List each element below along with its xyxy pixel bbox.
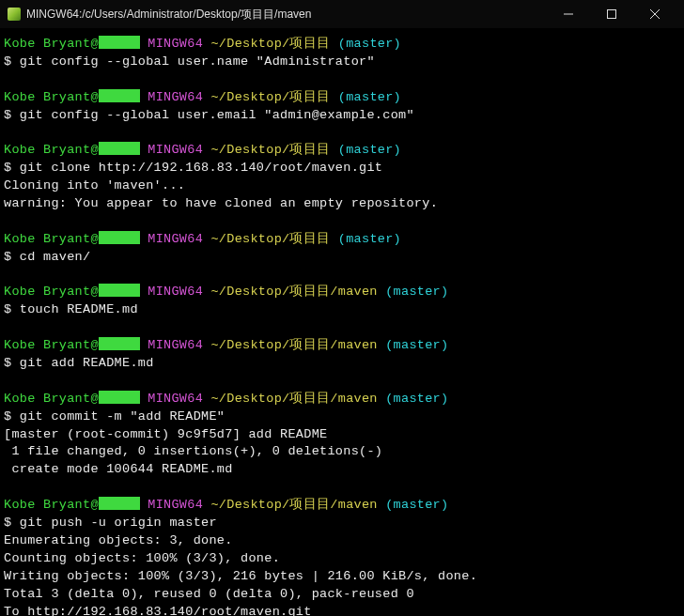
output-line: To http://192.168.83.140/root/maven.git — [4, 604, 675, 617]
command-line: $ git config --global user.email "admin@… — [4, 107, 675, 125]
titlebar[interactable]: MINGW64:/c/Users/Administrator/Desktop/项… — [0, 0, 684, 28]
hostname-block — [99, 36, 140, 49]
command-line: $ git config --global user.name "Adminis… — [4, 54, 675, 71]
command-line: $ git push -u origin master — [4, 515, 675, 532]
output-line: warning: You appear to have cloned an em… — [4, 195, 675, 213]
window-title: MINGW64:/c/Users/Administrator/Desktop/项… — [26, 7, 547, 23]
hostname-block — [99, 231, 140, 244]
hostname-block — [99, 284, 140, 297]
output-line: [master (root-commit) 9c9f5d7] add READM… — [4, 426, 675, 444]
command-line: $ cd maven/ — [4, 249, 675, 267]
close-button[interactable] — [633, 0, 676, 28]
output-line: 1 file changed, 0 insertions(+), 0 delet… — [4, 443, 675, 461]
minimize-button[interactable] — [547, 0, 590, 28]
maximize-button[interactable] — [590, 0, 633, 28]
output-line: create mode 100644 README.md — [4, 461, 675, 479]
hostname-block — [99, 89, 140, 102]
command-line: $ git clone http://192.168.83.140/root/m… — [4, 160, 675, 177]
prompt-line: Kobe Bryant@ MINGW64 ~/Desktop/项目目/maven… — [4, 497, 675, 515]
command-line: $ git commit -m "add README" — [4, 408, 675, 426]
output-line: Enumerating objects: 3, done. — [4, 532, 675, 550]
prompt-line: Kobe Bryant@ MINGW64 ~/Desktop/项目目 (mast… — [4, 142, 675, 160]
output-line: Counting objects: 100% (3/3), done. — [4, 550, 675, 568]
prompt-line: Kobe Bryant@ MINGW64 ~/Desktop/项目目/maven… — [4, 391, 675, 408]
terminal-area[interactable]: Kobe Bryant@ MINGW64 ~/Desktop/项目目 (mast… — [0, 28, 684, 616]
prompt-line: Kobe Bryant@ MINGW64 ~/Desktop/项目目/maven… — [4, 284, 675, 301]
prompt-line: Kobe Bryant@ MINGW64 ~/Desktop/项目目 (mast… — [4, 231, 675, 249]
mintty-icon — [8, 8, 21, 21]
prompt-line: Kobe Bryant@ MINGW64 ~/Desktop/项目目/maven… — [4, 337, 675, 355]
hostname-block — [99, 337, 140, 350]
output-line: Total 3 (delta 0), reused 0 (delta 0), p… — [4, 586, 675, 604]
hostname-block — [99, 391, 140, 404]
window-controls — [547, 0, 676, 28]
command-line: $ git add README.md — [4, 355, 675, 373]
hostname-block — [99, 497, 140, 510]
svg-rect-1 — [608, 10, 616, 19]
output-line: Cloning into 'maven'... — [4, 177, 675, 195]
prompt-line: Kobe Bryant@ MINGW64 ~/Desktop/项目目 (mast… — [4, 36, 675, 54]
hostname-block — [99, 142, 140, 155]
prompt-line: Kobe Bryant@ MINGW64 ~/Desktop/项目目 (mast… — [4, 89, 675, 107]
command-line: $ touch README.md — [4, 301, 675, 319]
output-line: Writing objects: 100% (3/3), 216 bytes |… — [4, 568, 675, 586]
